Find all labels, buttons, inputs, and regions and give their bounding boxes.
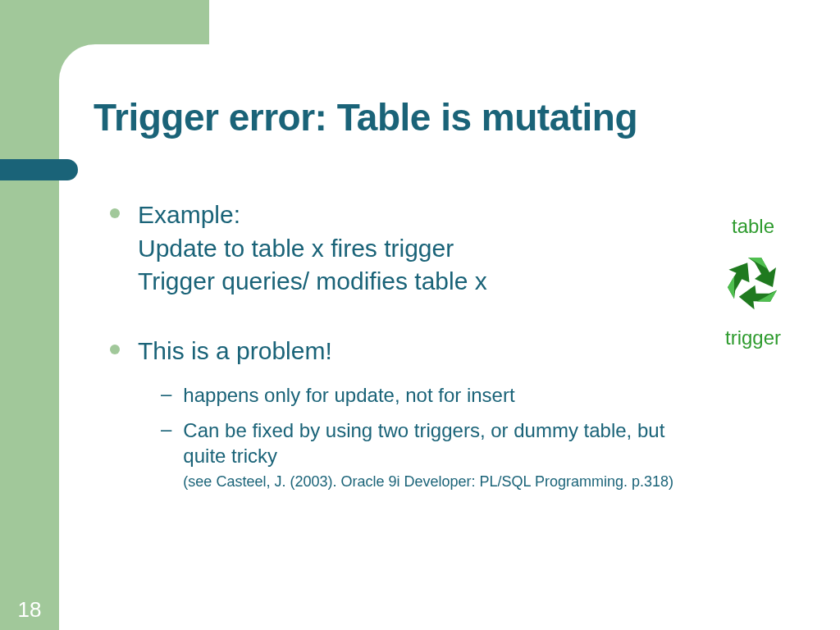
bullet-item: This is a problem! bbox=[110, 335, 701, 368]
accent-bar bbox=[0, 159, 78, 180]
sub-bullet-text: Can be fixed by using two triggers, or d… bbox=[183, 418, 701, 468]
bullet-dot-icon bbox=[110, 208, 120, 218]
dash-icon: – bbox=[161, 418, 171, 491]
slide-content: Example: Update to table x fires trigger… bbox=[110, 199, 701, 501]
dash-icon: – bbox=[161, 382, 171, 408]
graphic-label-bottom: trigger bbox=[704, 326, 802, 349]
bullet-text: Example: Update to table x fires trigger… bbox=[138, 199, 487, 299]
sub-bullet-list: – happens only for update, not for inser… bbox=[161, 382, 701, 491]
recycle-graphic: table trigger bbox=[704, 215, 802, 349]
sub-bullet-item: – happens only for update, not for inser… bbox=[161, 382, 701, 408]
graphic-label-top: table bbox=[704, 215, 802, 238]
bullet-dot-icon bbox=[110, 345, 120, 354]
bullet-item: Example: Update to table x fires trigger… bbox=[110, 199, 701, 299]
bullet-text: This is a problem! bbox=[138, 335, 332, 368]
recycle-icon bbox=[712, 241, 794, 323]
sub-bullet-item: – Can be fixed by using two triggers, or… bbox=[161, 418, 701, 491]
sub-bullet-text: happens only for update, not for insert bbox=[183, 382, 514, 408]
citation-text: (see Casteel, J. (2003). Oracle 9i Devel… bbox=[183, 472, 701, 491]
page-number: 18 bbox=[0, 589, 59, 630]
slide-title: Trigger error: Table is mutating bbox=[94, 95, 637, 139]
